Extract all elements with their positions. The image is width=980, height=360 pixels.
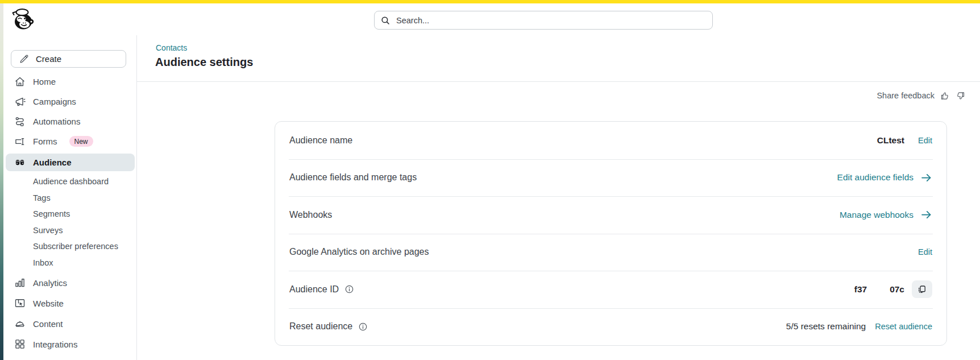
- row-label: Audience ID: [289, 284, 339, 295]
- create-label: Create: [36, 54, 61, 64]
- page-header: Contacts Audience settings: [137, 35, 980, 82]
- manage-webhooks-link[interactable]: Manage webhooks: [840, 209, 932, 221]
- sidebar-subitem-surveys[interactable]: Surveys: [6, 222, 135, 239]
- grid-icon: [14, 338, 26, 350]
- sidebar-item-integrations[interactable]: Integrations: [6, 334, 135, 354]
- create-button[interactable]: Create: [11, 50, 126, 68]
- edit-google-analytics-link[interactable]: Edit: [918, 247, 932, 256]
- home-icon: [14, 76, 26, 88]
- arrow-right-icon: [920, 172, 932, 184]
- mailchimp-logo[interactable]: [10, 7, 35, 32]
- sidebar-item-label: Integrations: [33, 340, 77, 349]
- edit-audience-fields-link[interactable]: Edit audience fields: [837, 172, 932, 184]
- sidebar-item-audience[interactable]: Audience: [6, 154, 135, 171]
- bar-chart-icon: [14, 277, 26, 288]
- action-label: Manage webhooks: [840, 210, 913, 220]
- resets-remaining-status: 5/5 resets remaining: [786, 321, 866, 332]
- share-feedback: Share feedback: [877, 90, 965, 101]
- sidebar-item-label: Forms: [33, 136, 57, 146]
- row-label: Audience fields and merge tags: [289, 172, 417, 183]
- sidebar-item-label: Analytics: [33, 278, 67, 288]
- search-icon: [380, 15, 391, 26]
- subitem-label: Audience dashboard: [33, 177, 109, 186]
- reset-audience-link[interactable]: Reset audience: [875, 322, 932, 331]
- breadcrumb[interactable]: Contacts: [156, 43, 187, 52]
- new-badge: New: [69, 136, 93, 147]
- sidebar-item-content[interactable]: Content: [6, 313, 135, 334]
- sidebar-item-forms[interactable]: Forms New: [6, 131, 135, 151]
- main-content: Contacts Audience settings Share feedbac…: [137, 35, 980, 360]
- thumbs-up-icon[interactable]: [940, 90, 950, 101]
- setting-row-webhooks: Webhooks Manage webhooks: [275, 196, 946, 234]
- info-icon[interactable]: [359, 322, 367, 331]
- action-label: Edit audience fields: [837, 172, 913, 183]
- sidebar-subitem-segments[interactable]: Segments: [6, 206, 135, 222]
- share-feedback-label: Share feedback: [877, 91, 935, 100]
- setting-row-google-analytics: Google Analytics on archive pages Edit: [275, 234, 946, 271]
- subitem-label: Surveys: [33, 226, 63, 235]
- row-label: Reset audience: [289, 321, 352, 332]
- sidebar-item-label: Website: [33, 299, 64, 308]
- edit-audience-name-link[interactable]: Edit: [918, 136, 932, 145]
- sidebar-item-campaigns[interactable]: Campaigns: [6, 92, 135, 111]
- subitem-label: Segments: [33, 209, 70, 218]
- audience-icon: [14, 157, 26, 168]
- global-search: [374, 11, 713, 30]
- brand-accent-bar: [0, 0, 980, 3]
- sidebar-item-home[interactable]: Home: [6, 72, 135, 92]
- sidebar-item-analytics[interactable]: Analytics: [6, 272, 135, 293]
- sidebar-item-website[interactable]: Website: [6, 293, 135, 313]
- row-label: Audience name: [289, 135, 352, 146]
- browser-window-icon: [14, 297, 26, 309]
- setting-row-audience-id: Audience ID f37 07c: [275, 271, 946, 308]
- sidebar-item-label: Automations: [33, 117, 80, 126]
- page-title: Audience settings: [155, 56, 253, 69]
- secondary-nav: Analytics Website Conten: [6, 272, 135, 354]
- sidebar-subitem-tags[interactable]: Tags: [6, 190, 135, 206]
- setting-row-audience-name: Audience name CLtest Edit: [275, 122, 946, 159]
- search-input[interactable]: [395, 15, 707, 26]
- audience-subnav: Audience dashboard Tags Segments Surveys…: [6, 173, 135, 271]
- sidebar-item-label: Content: [33, 319, 63, 329]
- row-label: Google Analytics on archive pages: [289, 247, 429, 257]
- sidebar-item-label: Audience: [33, 158, 72, 167]
- sidebar-item-automations[interactable]: Automations: [6, 111, 135, 131]
- primary-nav: Home Campaigns Automations: [6, 72, 135, 354]
- row-label: Webhooks: [289, 210, 332, 220]
- automations-icon: [14, 116, 26, 127]
- megaphone-icon: [14, 96, 26, 107]
- thumbs-down-icon[interactable]: [955, 90, 965, 101]
- sidebar-subitem-subscriber-preferences[interactable]: Subscriber preferences: [6, 238, 135, 255]
- sidebar-subitem-inbox[interactable]: Inbox: [6, 255, 135, 271]
- audience-name-value: CLtest: [877, 135, 904, 146]
- audience-id-prefix: f37: [854, 284, 867, 295]
- sidebar-item-label: Campaigns: [33, 97, 76, 106]
- info-icon[interactable]: [345, 285, 354, 293]
- beret-icon: [14, 318, 26, 329]
- top-header: [3, 3, 980, 35]
- copy-icon: [917, 284, 927, 295]
- copy-audience-id-button[interactable]: [912, 280, 932, 298]
- pencil-icon: [19, 54, 29, 64]
- setting-row-reset-audience: Reset audience 5/5 resets remaining Rese…: [275, 308, 946, 346]
- arrow-right-icon: [920, 209, 932, 221]
- sidebar-subitem-audience-dashboard[interactable]: Audience dashboard: [6, 173, 135, 190]
- subitem-label: Inbox: [33, 258, 53, 267]
- forms-icon: [14, 136, 26, 147]
- sidebar-item-label: Home: [33, 77, 56, 86]
- sidebar-nav: Create Home Campaigns: [3, 35, 137, 360]
- audience-id-suffix: 07c: [890, 284, 904, 295]
- audience-settings-card: Audience name CLtest Edit Audience field…: [275, 121, 947, 346]
- setting-row-merge-tags: Audience fields and merge tags Edit audi…: [275, 159, 946, 197]
- subitem-label: Subscriber preferences: [33, 242, 118, 251]
- subitem-label: Tags: [33, 193, 51, 202]
